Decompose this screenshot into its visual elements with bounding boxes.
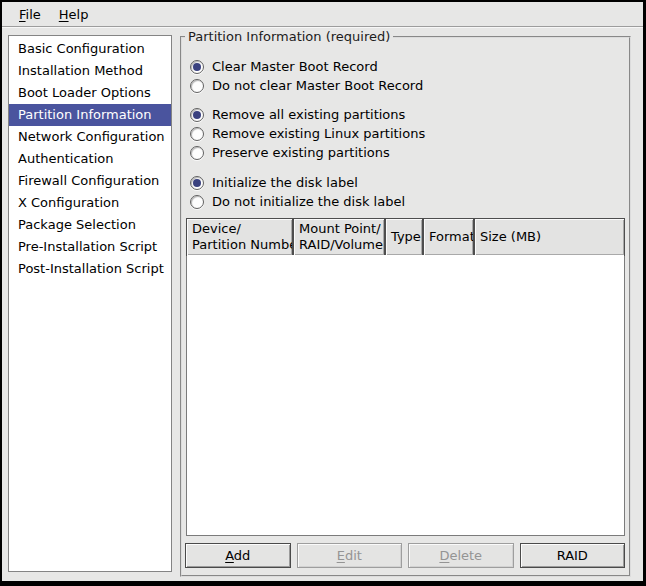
kickstart-configurator-window: File Help Basic Configuration Installati… (0, 0, 646, 586)
column-header-line: Partition Number (192, 237, 288, 253)
partition-table: Device/ Partition Number Mount Point/ RA… (186, 218, 625, 536)
partition-information-frame: Partition Information (required) Clear M… (180, 36, 631, 577)
sidebar-item-network-configuration[interactable]: Network Configuration (9, 126, 171, 148)
add-button-mnemonic: A (225, 548, 234, 563)
menu-help[interactable]: Help (50, 5, 98, 24)
column-header-line: Size (MB) (480, 229, 620, 245)
column-header-line: Mount Point/ (299, 221, 380, 237)
delete-button-label: elete (449, 548, 482, 563)
radio-label: Do not clear Master Boot Record (212, 78, 423, 93)
frame-title: Partition Information (required) (185, 29, 393, 44)
radio-do-not-clear-mbr[interactable]: Do not clear Master Boot Record (190, 76, 629, 95)
menubar: File Help (2, 2, 643, 26)
radio-label: Initialize the disk label (212, 175, 358, 190)
sidebar-item-basic-configuration[interactable]: Basic Configuration (9, 38, 171, 60)
radio-unselected-icon (190, 146, 204, 160)
column-header-line: Format (429, 229, 469, 245)
column-header-line: Type (391, 229, 418, 245)
sidebar-item-pre-installation-script[interactable]: Pre-Installation Script (9, 236, 171, 258)
edit-button-mnemonic: E (337, 548, 345, 563)
menu-file-label: ile (26, 7, 41, 22)
add-button[interactable]: Add (185, 543, 291, 568)
menu-help-label: elp (69, 7, 89, 22)
radio-unselected-icon (190, 195, 204, 209)
partition-table-body-empty[interactable] (187, 255, 624, 535)
disk-label-radio-group: Initialize the disk label Do not initial… (190, 173, 629, 211)
radio-remove-all-partitions[interactable]: Remove all existing partitions (190, 105, 629, 124)
radio-clear-mbr[interactable]: Clear Master Boot Record (190, 57, 629, 76)
delete-button-mnemonic: D (439, 548, 449, 563)
column-header-line: Device/ (192, 221, 288, 237)
sidebar-item-package-selection[interactable]: Package Selection (9, 214, 171, 236)
sidebar-item-partition-information[interactable]: Partition Information (9, 104, 171, 126)
sidebar-item-authentication[interactable]: Authentication (9, 148, 171, 170)
table-action-buttons: Add Edit Delete RAID (185, 543, 625, 568)
sidebar-item-firewall-configuration[interactable]: Firewall Configuration (9, 170, 171, 192)
menu-help-mnemonic: H (59, 7, 69, 22)
edit-button: Edit (297, 543, 403, 568)
column-header-device-partition-number[interactable]: Device/ Partition Number (186, 218, 293, 256)
column-header-type[interactable]: Type (385, 218, 423, 256)
column-header-line: RAID/Volume (299, 237, 380, 253)
category-list: Basic Configuration Installation Method … (8, 35, 172, 572)
existing-partitions-radio-group: Remove all existing partitions Remove ex… (190, 105, 629, 162)
sidebar-item-boot-loader-options[interactable]: Boot Loader Options (9, 82, 171, 104)
radio-label: Remove existing Linux partitions (212, 126, 425, 141)
column-header-mount-point-raid-volume[interactable]: Mount Point/ RAID/Volume (293, 218, 385, 256)
radio-label: Remove all existing partitions (212, 107, 405, 122)
add-button-label: dd (234, 548, 251, 563)
radio-remove-linux-partitions[interactable]: Remove existing Linux partitions (190, 124, 629, 143)
edit-button-label: dit (345, 548, 362, 563)
sidebar-item-post-installation-script[interactable]: Post-Installation Script (9, 258, 171, 280)
menubar-separator (2, 26, 643, 28)
delete-button: Delete (408, 543, 514, 568)
partition-table-header: Device/ Partition Number Mount Point/ RA… (186, 218, 625, 256)
radio-selected-icon (190, 60, 204, 74)
column-header-size-mb[interactable]: Size (MB) (474, 218, 625, 256)
mbr-radio-group: Clear Master Boot Record Do not clear Ma… (190, 57, 629, 95)
radio-label: Preserve existing partitions (212, 145, 390, 160)
radio-initialize-disk-label[interactable]: Initialize the disk label (190, 173, 629, 192)
sidebar-item-installation-method[interactable]: Installation Method (9, 60, 171, 82)
radio-unselected-icon (190, 127, 204, 141)
radio-preserve-partitions[interactable]: Preserve existing partitions (190, 143, 629, 162)
radio-unselected-icon (190, 79, 204, 93)
sidebar-item-x-configuration[interactable]: X Configuration (9, 192, 171, 214)
radio-label: Do not initialize the disk label (212, 194, 405, 209)
radio-do-not-initialize-disk-label[interactable]: Do not initialize the disk label (190, 192, 629, 211)
radio-selected-icon (190, 176, 204, 190)
column-header-format[interactable]: Format (423, 218, 474, 256)
raid-button-label: RAID (557, 548, 588, 563)
menu-file[interactable]: File (10, 5, 50, 24)
radio-selected-icon (190, 108, 204, 122)
radio-label: Clear Master Boot Record (212, 59, 378, 74)
raid-button[interactable]: RAID (520, 543, 626, 568)
